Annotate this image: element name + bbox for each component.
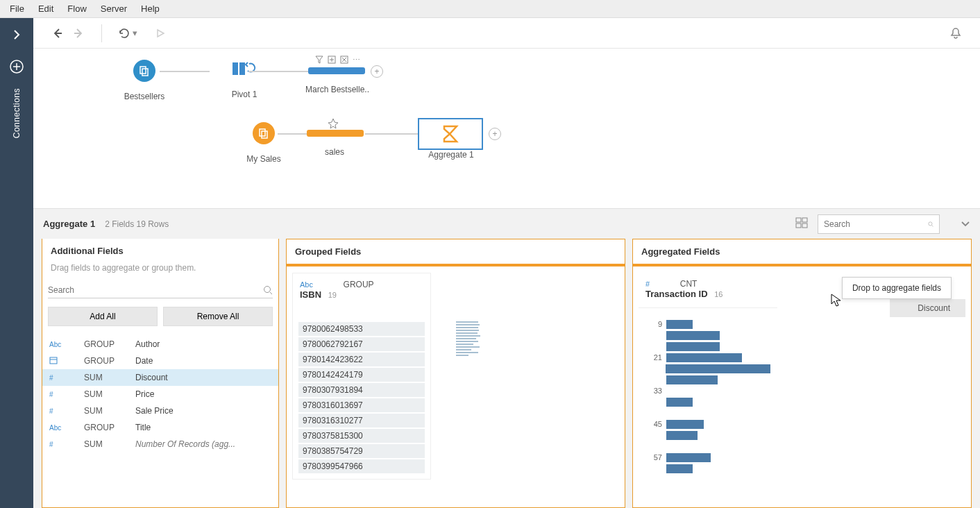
list-item[interactable]: 9780307931894 [298,383,425,397]
field-row[interactable]: #SUMPrice [42,386,278,403]
arrow-right-icon [72,27,85,40]
field-row[interactable]: #SUMDiscount [42,369,278,386]
add-step-button[interactable]: + [371,65,383,78]
type-icon: Abc [49,341,84,348]
node-bestsellers[interactable]: Bestsellers [110,60,179,101]
drag-ghost: Discount [890,299,965,317]
helper-text: Drag fields to aggregate or group them. [42,263,278,280]
list-item[interactable]: 9780142423622 [298,353,425,366]
list-item[interactable]: 9780062792167 [298,337,425,351]
aggregation-fn: SUM [84,389,135,399]
histogram-row [645,364,770,373]
svg-rect-12 [802,223,807,228]
arrow-left-icon [51,27,64,40]
svg-rect-8 [262,131,267,138]
step-status: 2 Fields 19 Rows [105,219,169,229]
node-march: March Bestselle.. [303,65,372,94]
type-icon: # [49,374,84,382]
view-toggle[interactable] [795,217,808,230]
run-button[interactable] [151,24,169,42]
aggregation-fn: GROUP [84,423,135,432]
list-item[interactable]: 9780062498533 [298,322,425,336]
histogram-row [645,475,770,484]
node-mysales[interactable]: My Sales [229,122,298,164]
list-item[interactable]: 9780399547966 [298,459,425,473]
node-pivot[interactable]: Pivot 1 [210,60,279,99]
field-row[interactable]: #SUMNumber Of Records (agg... [42,436,278,452]
svg-rect-2 [142,69,148,76]
histogram-row: 21 [645,353,770,362]
add-all-button[interactable]: Add All [48,307,158,326]
svg-rect-7 [260,129,265,136]
svg-rect-1 [140,67,146,74]
sidebar-expand[interactable] [0,21,33,49]
mini-distribution [456,320,481,357]
step-title: Aggregate 1 [43,219,95,229]
bell-icon [949,27,962,40]
field-row[interactable]: GROUPDate [42,353,278,369]
field-name: Price [135,389,271,399]
refresh-button[interactable]: ▾ [115,24,142,43]
aggregation-fn: SUM [84,406,135,416]
back-button[interactable] [47,23,68,44]
cursor-icon [831,294,842,307]
step-mini-toolbar[interactable]: ⋯ [315,56,360,65]
more-icon: ⋯ [353,56,360,65]
aggregation-fn: SUM [84,373,135,382]
grid-icon [795,217,808,228]
search-icon [263,285,273,295]
toolbar-search[interactable] [818,214,940,234]
flow-canvas[interactable]: Bestsellers Pivot 1 ⋯ March Bestselle.. … [33,49,980,208]
fn-label: GROUP [344,280,374,289]
aggregation-fn: SUM [84,439,135,449]
svg-rect-3 [233,62,238,75]
list-item[interactable]: 9780375815300 [298,429,425,443]
datasource-icon [133,60,155,82]
list-item[interactable]: 9780316310277 [298,414,425,427]
filter-icon [315,56,323,64]
histogram-row: 9 [645,319,770,329]
menu-edit[interactable]: Edit [31,1,60,17]
histogram-row [645,330,770,340]
fields-search-input[interactable] [48,285,263,295]
toolbar: ▾ [33,18,980,49]
field-name: Transaction ID [645,289,708,299]
list-item[interactable]: 9780142424179 [298,368,425,382]
fields-search[interactable] [48,282,273,298]
forward-button[interactable] [68,23,89,44]
alerts-button[interactable] [945,23,966,44]
collapse-toggle[interactable] [961,219,970,229]
histogram-row: 33 [645,386,770,396]
field-name: Sale Price [135,406,271,416]
menu-flow[interactable]: Flow [60,1,93,17]
aggregated-fields-panel: Aggregated Fields # CNT Transaction ID 1… [632,239,972,508]
menu-server[interactable]: Server [94,1,134,17]
additional-fields-panel: Additional Fields Drag fields to aggrega… [42,239,279,508]
panel-accent [633,264,971,267]
histogram-row [645,430,770,440]
aggregated-field-card[interactable]: # CNT Transaction ID 16 921334557 [639,273,777,496]
type-icon: # [49,441,84,448]
panel-title: Grouped Fields [287,239,625,264]
field-name: Author [135,339,271,349]
field-row[interactable]: #SUMSale Price [42,403,278,419]
distinct-count: 16 [714,290,723,298]
menu-help[interactable]: Help [134,1,167,17]
add-step-button[interactable]: + [489,128,501,140]
plus-field-icon [328,56,336,64]
field-row[interactable]: AbcGROUPAuthor [42,336,278,353]
add-connection-button[interactable] [10,60,24,76]
remove-all-button[interactable]: Remove All [163,307,273,326]
field-row[interactable]: AbcGROUPTitle [42,419,278,436]
grouped-field-card[interactable]: Abc GROUP ISBN 19 9780062498533978006279… [292,273,431,480]
node-sales: sales [300,128,369,157]
type-icon: # [49,407,84,415]
field-name: ISBN [300,289,321,300]
list-item[interactable]: 9780385754729 [298,444,425,458]
menu-file[interactable]: File [3,1,31,17]
search-input[interactable] [824,219,928,229]
fields-list: AbcGROUPAuthorGROUPDate#SUMDiscount#SUMP… [42,332,278,457]
list-item[interactable]: 9780316013697 [298,398,425,412]
field-name: Discount [135,373,271,382]
flow-connector [365,133,418,135]
